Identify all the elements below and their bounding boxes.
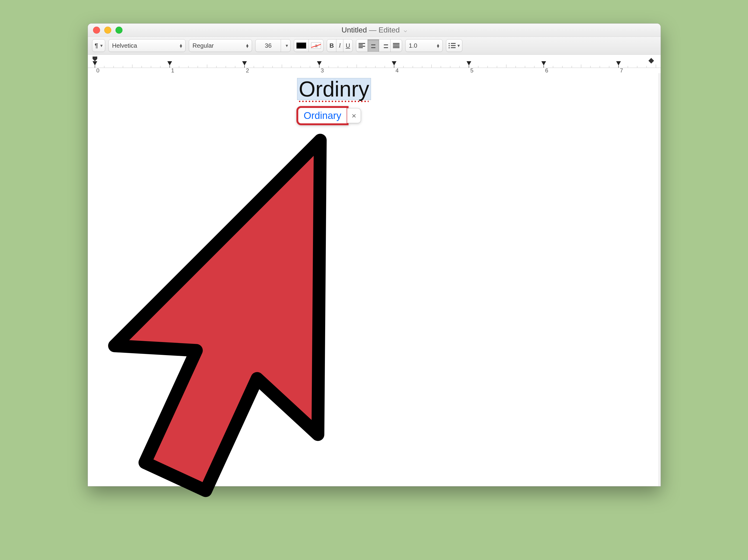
align-right-icon [381,43,388,48]
align-right-button[interactable] [379,39,391,52]
underline-label: U [346,42,350,49]
list-icon [449,43,455,48]
font-family-select[interactable]: Helvetica ▴▾ [109,39,186,52]
window-controls [88,27,122,34]
svg-text:5: 5 [470,67,473,73]
titlebar: Untitled — Edited ⌵ [88,24,660,37]
close-window-button[interactable] [93,27,100,34]
svg-text:1: 1 [171,67,174,73]
chevron-down-icon: ▾ [100,45,102,47]
text-style-group: B I U [327,39,352,52]
title-filename: Untitled [342,26,367,34]
font-size-field[interactable]: 36 [255,39,281,52]
align-left-icon [358,43,365,48]
list-style-button[interactable]: ▾ [446,39,462,52]
spellcheck-underline [299,100,369,102]
bold-label: B [329,42,334,49]
no-color-button[interactable]: a [308,39,324,52]
suggestion-text: Ordinary [304,110,341,121]
italic-button[interactable]: I [336,39,343,52]
title-menu-chevron-icon[interactable]: ⌵ [404,27,407,33]
title-separator: — [367,26,379,34]
svg-text:2: 2 [246,67,249,73]
app-window: Untitled — Edited ⌵ ¶ ▾ Helvetica ▴▾ Reg… [88,23,661,486]
window-title: Untitled — Edited ⌵ [88,26,660,34]
color-controls: a [294,39,324,52]
align-left-button[interactable] [356,39,368,52]
svg-text:0: 0 [96,67,99,73]
line-spacing-value: 1.0 [409,42,417,49]
typed-text: Ordinry [299,77,369,101]
spelling-suggestion-button[interactable]: Ordinary [298,107,347,124]
formatting-toolbar: ¶ ▾ Helvetica ▴▾ Regular ▴▾ 36 ▾ a [88,37,660,55]
line-spacing-select[interactable]: 1.0 ▴▾ [405,39,443,52]
fill-swatch-icon [297,43,306,49]
paragraph-style-button[interactable]: ¶ ▾ [92,39,105,52]
font-size-value: 36 [265,42,272,49]
stepper-icon: ▴▾ [180,44,182,47]
align-justify-button[interactable] [390,39,402,52]
svg-text:4: 4 [396,67,399,73]
document-area[interactable]: Ordinry Ordinary × [88,73,659,486]
bold-button[interactable]: B [327,39,336,52]
ruler[interactable]: 01234567 [88,55,660,74]
swatch-letter: a [315,43,318,48]
font-family-value: Helvetica [112,42,137,49]
svg-text:6: 6 [545,67,548,73]
ruler-graphics: 01234567 [88,55,660,73]
stepper-icon: ▴▾ [246,44,249,47]
font-size-dropdown[interactable]: ▾ [281,39,290,52]
chevron-down-icon: ▾ [458,45,460,47]
align-center-icon [370,43,377,48]
svg-text:7: 7 [620,67,623,73]
align-center-button[interactable] [368,39,379,52]
alignment-group [356,39,402,52]
title-status: Edited [378,26,400,34]
font-style-select[interactable]: Regular ▴▾ [189,39,252,52]
underline-button[interactable]: U [343,39,353,52]
align-justify-icon [393,43,399,48]
close-icon: × [352,111,356,120]
pilcrow-icon: ¶ [95,42,98,49]
text-color-button[interactable] [294,39,309,52]
stepper-icon: ▴▾ [437,44,439,47]
spelling-suggestion-popup: Ordinary × [298,107,361,124]
svg-text:3: 3 [321,67,324,73]
zoom-window-button[interactable] [115,27,122,34]
dismiss-suggestion-button[interactable]: × [347,108,361,123]
italic-label: I [339,42,341,49]
minimize-window-button[interactable] [104,27,111,34]
typed-text-selection[interactable]: Ordinry [297,78,371,100]
chevron-down-icon: ▾ [286,45,288,47]
no-color-swatch-icon: a [311,43,321,49]
font-style-value: Regular [192,42,214,49]
font-size-control: 36 ▾ [255,39,290,52]
